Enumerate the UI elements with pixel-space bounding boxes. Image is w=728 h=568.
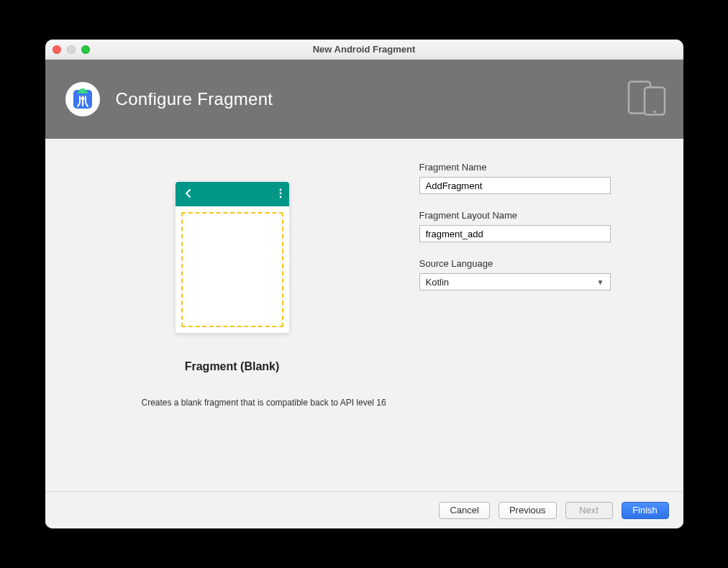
footer: Cancel Previous Next Finish <box>45 491 683 528</box>
window-title: New Android Fragment <box>45 44 683 55</box>
dialog-window: New Android Fragment Configure Fragment <box>45 40 683 528</box>
svg-point-1 <box>79 91 81 93</box>
finish-button[interactable]: Finish <box>622 502 669 519</box>
close-icon[interactable] <box>53 45 61 54</box>
svg-point-7 <box>279 188 281 191</box>
preview-pane: Fragment (Blank) Creates a blank fragmen… <box>45 139 419 491</box>
label-fragment-name: Fragment Name <box>419 162 658 173</box>
form-pane: Fragment Name Fragment Layout Name Sourc… <box>419 139 683 491</box>
field-fragment-name: Fragment Name <box>419 162 658 194</box>
input-fragment-name[interactable] <box>419 177 611 194</box>
next-button: Next <box>565 502 613 519</box>
chevron-down-icon: ▼ <box>597 278 604 286</box>
preview-description: Creates a blank fragment that is compati… <box>142 398 386 408</box>
label-source-language: Source Language <box>419 258 658 269</box>
back-arrow-icon <box>183 188 194 201</box>
svg-point-3 <box>81 97 84 101</box>
label-layout-name: Fragment Layout Name <box>419 210 658 221</box>
cancel-button[interactable]: Cancel <box>439 502 489 519</box>
content-area: Fragment (Blank) Creates a blank fragmen… <box>45 139 683 491</box>
field-source-language: Source Language Kotlin ▼ <box>419 258 658 290</box>
previous-button[interactable]: Previous <box>499 502 557 519</box>
select-source-language[interactable]: Kotlin ▼ <box>419 273 611 290</box>
svg-point-9 <box>279 196 281 198</box>
preview-appbar <box>176 182 289 206</box>
minimize-icon[interactable] <box>67 45 76 54</box>
header-title: Configure Fragment <box>116 89 273 109</box>
svg-point-2 <box>85 91 86 93</box>
field-layout-name: Fragment Layout Name <box>419 210 658 242</box>
svg-point-6 <box>653 111 655 113</box>
svg-point-8 <box>279 192 281 194</box>
maximize-icon[interactable] <box>81 45 90 54</box>
fragment-preview <box>176 182 289 333</box>
devices-icon <box>627 81 668 119</box>
input-layout-name[interactable] <box>419 225 611 242</box>
overflow-menu-icon <box>279 188 282 201</box>
titlebar: New Android Fragment <box>45 40 683 60</box>
select-source-language-value: Kotlin <box>426 277 450 288</box>
android-studio-icon <box>65 82 100 116</box>
preview-label: Fragment (Blank) <box>185 360 280 373</box>
preview-body <box>181 212 283 327</box>
header: Configure Fragment <box>45 60 683 139</box>
window-controls <box>53 45 90 54</box>
